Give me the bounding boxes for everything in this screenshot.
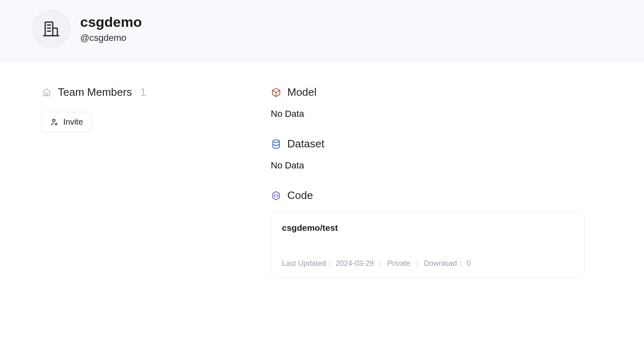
model-heading: Model: [271, 86, 585, 99]
database-icon: [271, 139, 281, 149]
cube-icon: [271, 87, 281, 98]
model-no-data: No Data: [271, 109, 585, 119]
invite-button[interactable]: Invite: [41, 112, 92, 132]
code-repo-meta: Last Updated： 2024-03-29 | Private | Dow…: [282, 258, 574, 268]
meta-separator: |: [416, 259, 418, 268]
dataset-title: Dataset: [287, 137, 324, 150]
code-hex-icon: [271, 190, 281, 201]
last-updated-label: Last Updated：: [282, 259, 334, 267]
code-heading: Code: [271, 189, 585, 202]
visibility-badge: Private: [387, 259, 410, 268]
code-repo-name: csgdemo/test: [282, 223, 574, 233]
svg-point-4: [52, 119, 55, 121]
team-members-heading: Team Members 1: [41, 86, 271, 99]
home-icon: [41, 87, 52, 98]
last-updated-value: 2024-03-29: [336, 259, 374, 267]
download-value: 0: [467, 259, 471, 267]
building-icon: [42, 20, 60, 38]
team-members-count: 1: [140, 86, 146, 99]
org-handle: @csgdemo: [80, 33, 142, 43]
svg-point-7: [273, 140, 279, 142]
team-members-label: Team Members: [58, 86, 132, 99]
org-name: csgdemo: [80, 14, 142, 30]
org-avatar: [32, 10, 70, 48]
invite-label: Invite: [63, 117, 83, 127]
dataset-heading: Dataset: [271, 137, 585, 150]
download-label: Download：: [424, 259, 465, 267]
svg-rect-0: [45, 22, 52, 36]
code-title: Code: [287, 189, 313, 202]
meta-separator: |: [379, 259, 382, 268]
dataset-no-data: No Data: [271, 160, 585, 171]
org-header: csgdemo @csgdemo: [0, 0, 644, 63]
code-repo-card[interactable]: csgdemo/test Last Updated： 2024-03-29 | …: [271, 212, 585, 278]
user-plus-icon: [50, 118, 59, 127]
model-title: Model: [287, 86, 317, 99]
